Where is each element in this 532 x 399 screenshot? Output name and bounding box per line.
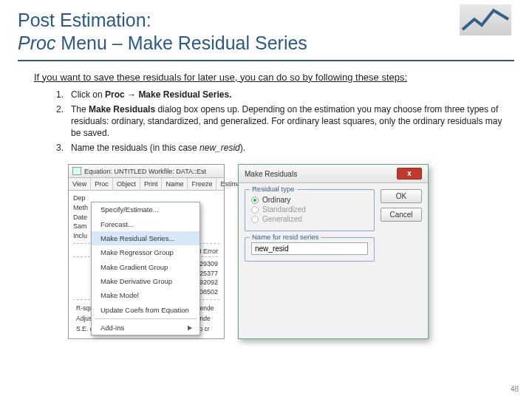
title-line1: Post Estimation: xyxy=(18,10,151,30)
equation-window: Equation: UNTITLED Workfile: DATA::Est V… xyxy=(68,164,225,339)
chevron-right-icon: ▶ xyxy=(188,324,192,332)
menu-addins[interactable]: Add-ins▶ xyxy=(92,321,200,335)
steps-list: Click on Proc → Make Residual Series. Th… xyxy=(49,89,514,154)
title-rule xyxy=(18,60,514,61)
toolbar-freeze[interactable]: Freeze xyxy=(188,178,216,190)
step-2: The Make Residuals dialog box opens up. … xyxy=(49,103,514,140)
menu-separator xyxy=(95,318,197,319)
page-number: 48 xyxy=(511,385,519,393)
ok-button[interactable]: OK xyxy=(381,189,422,203)
dialog-titlebar: Make Residuals x xyxy=(239,165,428,183)
title-line2-rest: Menu – Make Residual Series xyxy=(55,33,307,53)
page-title: Post Estimation: Proc Menu – Make Residu… xyxy=(18,9,514,55)
menu-make-residual-series[interactable]: Make Residual Series... xyxy=(92,231,200,245)
toolbar-view[interactable]: View xyxy=(69,178,91,190)
name-for-resid-group: Name for resid series xyxy=(245,237,375,262)
toolbar-name[interactable]: Name xyxy=(162,178,188,190)
equation-icon xyxy=(72,167,81,175)
menu-make-model[interactable]: Make Model xyxy=(92,288,200,302)
equation-toolbar: View Proc Object Print Name Freeze Estim… xyxy=(69,178,224,191)
title-line2-italic: Proc xyxy=(18,33,55,53)
residual-type-legend: Residual type xyxy=(250,185,297,193)
proc-menu: Specify/Estimate... Forecast... Make Res… xyxy=(91,202,200,335)
radio-generalized: Generalized xyxy=(251,215,368,223)
menu-make-regressor-group[interactable]: Make Regressor Group xyxy=(92,245,200,259)
dialog-title-text: Make Residuals xyxy=(245,170,297,178)
close-icon[interactable]: x xyxy=(397,168,422,180)
intro-text: If you want to save these residuals for … xyxy=(34,72,514,83)
brand-logo xyxy=(460,4,511,35)
equation-title-text: Equation: UNTITLED Workfile: DATA::Est xyxy=(84,168,206,175)
radio-standardized: Standardized xyxy=(251,205,368,214)
residual-type-group: Residual type Ordinary Standardized Gene… xyxy=(245,189,375,231)
menu-forecast[interactable]: Forecast... xyxy=(92,217,200,231)
step-1: Click on Proc → Make Residual Series. xyxy=(49,89,514,100)
equation-titlebar: Equation: UNTITLED Workfile: DATA::Est xyxy=(69,165,224,178)
equation-body: Dep Meth Date Sam Inclu Specify/Estimate… xyxy=(69,191,224,338)
toolbar-print[interactable]: Print xyxy=(140,178,163,190)
menu-specify-estimate[interactable]: Specify/Estimate... xyxy=(92,202,200,216)
menu-make-gradient-group[interactable]: Make Gradient Group xyxy=(92,260,200,274)
toolbar-object[interactable]: Object xyxy=(113,178,140,190)
radio-ordinary[interactable]: Ordinary xyxy=(251,196,368,204)
resid-name-input[interactable] xyxy=(251,242,368,255)
figure-row: Equation: UNTITLED Workfile: DATA::Est V… xyxy=(68,164,514,339)
step-3: Name the residuals (in this case new_res… xyxy=(49,142,514,154)
cancel-button[interactable]: Cancel xyxy=(381,208,422,222)
menu-make-derivative-group[interactable]: Make Derivative Group xyxy=(92,274,200,288)
make-residuals-dialog: Make Residuals x Residual type Ordinary … xyxy=(238,164,429,339)
toolbar-proc[interactable]: Proc xyxy=(91,178,113,190)
name-for-resid-legend: Name for resid series xyxy=(250,233,321,241)
menu-update-coefs[interactable]: Update Coefs from Equation xyxy=(92,303,200,317)
